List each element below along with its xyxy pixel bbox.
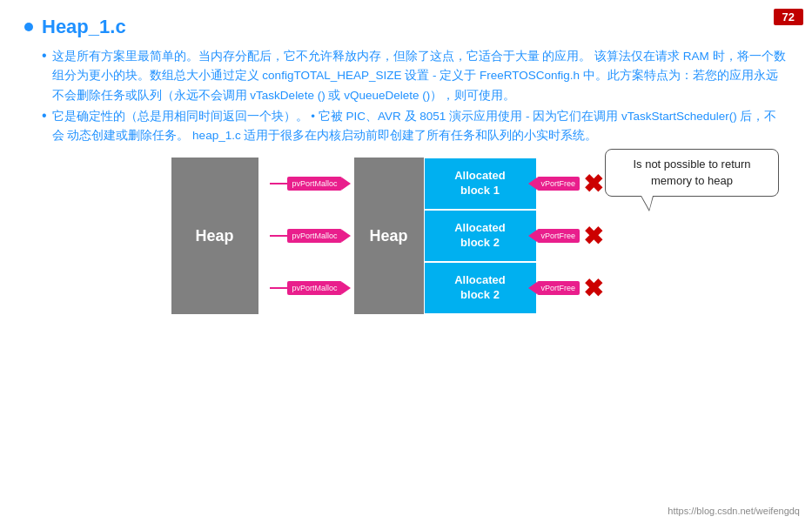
alloc-block-2: Allocatedblock 2 <box>424 210 537 262</box>
slide-title: Heap_1.c <box>42 16 126 38</box>
x-mark-2: ✖ <box>583 222 603 251</box>
slide: 72 Heap_1.c • 这是所有方案里最简单的。当内存分配后，它不允许释放内… <box>0 0 812 523</box>
speech-bubble-text: Is not possible to return memory to heap <box>633 158 750 186</box>
pvportmalloc-label-2: pvPortMalloc <box>287 229 341 243</box>
arrow-row-3: pvPortMalloc <box>258 281 354 295</box>
vportfree-label-1: vPortFree <box>537 177 580 191</box>
heap-right-gray: Heap <box>354 158 424 314</box>
alloc-col: Allocatedblock 1 Allocatedblock 2 Alloca… <box>424 158 537 314</box>
page-number: 72 <box>774 9 803 25</box>
arrow-line-1 <box>270 183 287 184</box>
title-row: Heap_1.c <box>24 16 788 38</box>
vportfree-label-2: vPortFree <box>537 229 580 243</box>
diagram-wrapper: Is not possible to return memory to heap… <box>24 158 788 314</box>
vportfree-label-3: vPortFree <box>537 281 580 295</box>
speech-bubble: Is not possible to return memory to heap <box>605 149 779 196</box>
bullet-dot-2: • <box>42 108 47 124</box>
heap-right-container: Heap Allocatedblock 1 Allocatedblock 2 A… <box>354 158 537 314</box>
x-mark-3: ✖ <box>583 274 603 303</box>
arrow-row-1: pvPortMalloc <box>258 177 354 191</box>
pvportmalloc-label-3: pvPortMalloc <box>287 281 341 295</box>
alloc-block-1: Allocatedblock 1 <box>424 158 537 210</box>
alloc-block-3: Allocatedblock 2 <box>424 262 537 314</box>
pvportmalloc-label-1: pvPortMalloc <box>287 177 341 191</box>
left-arrows: pvPortMalloc pvPortMalloc pvPortMalloc <box>258 158 354 314</box>
arrow-line-3 <box>270 287 287 289</box>
arrow-row-2: pvPortMalloc <box>258 229 354 243</box>
bullet-dot-1: • <box>42 48 47 64</box>
title-bullet <box>24 23 33 31</box>
heap-right-label: Heap <box>369 227 407 245</box>
vport-row-3: vPortFree ✖ <box>537 274 641 303</box>
body-text-2: 它是确定性的（总是用相同时间返回一个块）。 • 它被 PIC、AVR 及 805… <box>52 107 788 146</box>
body-text-1: 这是所有方案里最简单的。当内存分配后，它不允许释放内存，但除了这点，它适合于大量… <box>52 47 788 105</box>
bullet-1: • 这是所有方案里最简单的。当内存分配后，它不允许释放内存，但除了这点，它适合于… <box>42 47 788 105</box>
bullet-2: • 它是确定性的（总是用相同时间返回一个块）。 • 它被 PIC、AVR 及 8… <box>42 107 788 146</box>
watermark: https://blog.csdn.net/weifengdq <box>668 506 800 516</box>
arrow-line-2 <box>270 235 287 237</box>
vport-row-2: vPortFree ✖ <box>537 222 641 251</box>
heap-left: Heap <box>171 158 258 314</box>
body-content: • 这是所有方案里最简单的。当内存分配后，它不允许释放内存，但除了这点，它适合于… <box>42 47 788 145</box>
alloc-block-3-text: Allocatedblock 2 <box>454 273 506 303</box>
x-mark-1: ✖ <box>583 170 603 198</box>
alloc-block-2-text: Allocatedblock 2 <box>454 221 506 251</box>
alloc-block-1-text: Allocatedblock 1 <box>454 169 506 198</box>
diagram-inner: Heap pvPortMalloc pvPortMalloc pvPortMal… <box>171 158 641 314</box>
heap-left-label: Heap <box>195 227 233 245</box>
